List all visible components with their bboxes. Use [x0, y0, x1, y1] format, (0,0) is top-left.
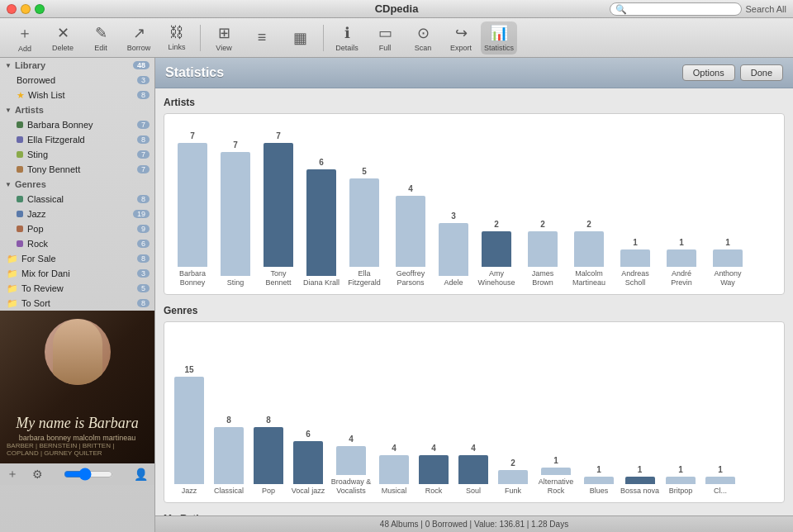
borrow-button[interactable]: ↗ Borrow [121, 21, 157, 55]
list-view-button[interactable]: ≡ [244, 21, 280, 55]
options-button[interactable]: Options [682, 64, 735, 81]
cover-art-inner: My name is Barbara barbara bonney malcol… [0, 311, 154, 463]
artists-section-title: Artists [164, 97, 785, 108]
bar [214, 427, 244, 484]
zoom-slider[interactable] [64, 471, 113, 477]
borrow-icon: ↗ [133, 24, 145, 42]
grid-view-button[interactable]: ▦ [282, 21, 318, 55]
view-icon: ⊞ [218, 24, 230, 42]
sidebar-section-artists[interactable]: ▼ Artists [0, 102, 154, 117]
bar [221, 152, 250, 276]
dot-rock [17, 240, 23, 247]
genres-bars: 15 Jazz 8 Classical 8 Pop 6 Vocal jazz 4… [171, 330, 777, 496]
artists-bar-chart: 7 Barbara Bonney 7 Sting 7 Tony Bennett … [164, 113, 785, 295]
dot-tony [17, 166, 23, 173]
bar-col: 1 Andreas Scholl [614, 238, 657, 287]
dot-barbara [17, 121, 23, 128]
bar [264, 143, 293, 267]
sidebar-item-tony-bennett[interactable]: Tony Bennett 7 [0, 162, 154, 177]
done-button[interactable]: Done [740, 64, 783, 81]
bar [306, 169, 336, 276]
edit-button[interactable]: ✎ Edit [83, 21, 119, 55]
sidebar-item-to-review[interactable]: 📁 To Review 5 [0, 281, 154, 296]
sidebar-footer: ＋ ⚙ 👤 [0, 463, 154, 485]
bar-col: 4 Broadway & Vocalists [330, 435, 373, 496]
genres-bar-chart: 15 Jazz 8 Classical 8 Pop 6 Vocal jazz 4… [164, 321, 785, 503]
dot-jazz [17, 211, 23, 217]
bar [379, 455, 409, 484]
links-button[interactable]: ⛓ Links [159, 21, 195, 55]
bar-col: 1 André Previn [660, 238, 703, 287]
view-button[interactable]: ⊞ View [206, 21, 242, 55]
minimize-button[interactable] [21, 4, 31, 14]
bar [584, 477, 614, 484]
full-icon: ▭ [378, 24, 392, 42]
genres-section-title: Genres [164, 305, 785, 316]
bar-col: 4 Geoffrey Parsons [389, 184, 432, 287]
stats-header-buttons: Options Done [682, 64, 783, 81]
bar [498, 470, 528, 484]
statistics-button[interactable]: 📊 Statistics [481, 21, 517, 55]
settings-button[interactable]: ⚙ [32, 468, 43, 481]
bar-col: 5 Ella Fitzgerald [343, 167, 386, 287]
sidebar-item-borrowed[interactable]: Borrowed 3 [0, 73, 154, 88]
export-button[interactable]: ↪ Export [443, 21, 479, 55]
sidebar-item-mix-dani[interactable]: 📁 Mix for Dani 3 [0, 266, 154, 281]
sidebar-item-to-sort[interactable]: 📁 To Sort 8 [0, 296, 154, 311]
bar-col: 15 Jazz [171, 365, 207, 496]
add-button[interactable]: ＋ Add [7, 21, 43, 55]
sidebar-item-pop[interactable]: Pop 9 [0, 221, 154, 236]
user-button[interactable]: 👤 [134, 468, 148, 481]
bar-col: 4 Musical [376, 444, 412, 496]
bar-col: 2 Amy Winehouse [475, 220, 518, 287]
bar-col: 7 Sting [217, 140, 254, 287]
genres-section: Genres 15 Jazz 8 Classical 8 Pop 6 Vocal… [164, 305, 785, 503]
cover-art-title: My name is Barbara [7, 415, 148, 432]
list-icon: ≡ [258, 29, 267, 46]
delete-icon: ✕ [57, 24, 69, 42]
sidebar-section-library[interactable]: ▼ Library 48 [0, 58, 154, 73]
edit-icon: ✎ [95, 24, 107, 42]
bar [349, 178, 379, 267]
sidebar-item-wishlist[interactable]: ★ Wish List 8 [0, 88, 154, 102]
sidebar-section-genres[interactable]: ▼ Genres [0, 177, 154, 192]
search-area: Search All [610, 2, 786, 16]
statusbar: 48 Albums | 0 Borrowed | Value: 136.81 |… [155, 515, 793, 532]
sidebar-item-sting[interactable]: Sting 7 [0, 147, 154, 162]
sidebar-item-barbara-bonney[interactable]: Barbara Bonney 7 [0, 117, 154, 132]
sidebar-item-ella-fitzgerald[interactable]: Ella Fitzgerald 8 [0, 132, 154, 147]
toolbar-divider-2 [323, 25, 324, 51]
bar-col: 1 Blues [581, 465, 617, 496]
search-input[interactable] [610, 2, 742, 16]
sidebar-item-for-sale[interactable]: 📁 For Sale 8 [0, 251, 154, 266]
stats-title: Statistics [165, 65, 224, 80]
bar [541, 468, 571, 475]
scan-button[interactable]: ⊙ Scan [405, 21, 441, 55]
close-button[interactable] [7, 4, 17, 14]
bar [666, 477, 696, 484]
bar-col: 6 Vocal jazz [290, 430, 326, 496]
stats-content: Artists 7 Barbara Bonney 7 Sting 7 Tony … [155, 88, 793, 515]
statistics-icon: 📊 [490, 24, 508, 42]
bar-col: 3 Adele [435, 211, 472, 287]
add-playlist-button[interactable]: ＋ [7, 467, 18, 482]
sidebar-item-classical[interactable]: Classical 8 [0, 192, 154, 207]
bar [396, 196, 425, 267]
delete-button[interactable]: ✕ Delete [45, 21, 81, 55]
details-icon: ℹ [344, 24, 350, 42]
sidebar-item-rock[interactable]: Rock 6 [0, 236, 154, 251]
dot-ella [17, 136, 23, 143]
details-button[interactable]: ℹ Details [329, 21, 365, 55]
add-icon: ＋ [17, 23, 32, 43]
dot-pop [17, 226, 23, 232]
cover-art-label: BARBER | BERNSTEIN | BRITTEN | COPLAND |… [7, 442, 148, 457]
full-button[interactable]: ▭ Full [367, 21, 403, 55]
bar-col: 8 Classical [211, 416, 247, 496]
stats-header: Statistics Options Done [155, 58, 793, 88]
dot-classical [17, 196, 23, 202]
window-controls [7, 4, 45, 14]
bar [713, 249, 743, 267]
maximize-button[interactable] [35, 4, 45, 14]
sidebar-item-jazz[interactable]: Jazz 19 [0, 207, 154, 221]
search-all-label: Search All [745, 4, 786, 14]
